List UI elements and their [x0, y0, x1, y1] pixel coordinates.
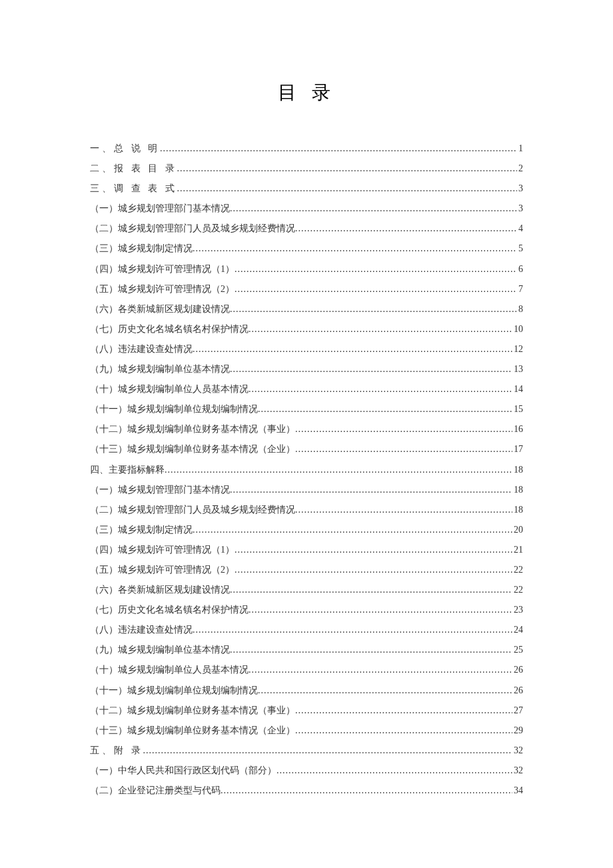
toc-leader-dots — [177, 159, 518, 179]
toc-leader-dots — [221, 781, 512, 801]
toc-entry: （十三）城乡规划编制单位财务基本情况（企业）17 — [90, 439, 523, 459]
toc-entry-page: 22 — [512, 580, 523, 600]
toc-entry-page: 5 — [517, 239, 523, 259]
toc-leader-dots — [249, 379, 512, 399]
toc-entry-page: 16 — [512, 419, 523, 439]
toc-entry-page: 7 — [517, 279, 523, 299]
toc-entry-page: 15 — [512, 399, 523, 419]
toc-leader-dots — [295, 439, 512, 459]
toc-leader-dots — [295, 219, 517, 239]
page-title: 目 录 — [90, 80, 523, 105]
toc-entry: （一）城乡规划管理部门基本情况18 — [90, 480, 523, 500]
toc-entry-page: 13 — [512, 359, 523, 379]
toc-entry-label: （十一）城乡规划编制单位规划编制情况 — [90, 399, 258, 419]
toc-entry-page: 1 — [517, 139, 523, 159]
toc-entry: （十三）城乡规划编制单位财务基本情况（企业）29 — [90, 721, 523, 741]
toc-leader-dots — [193, 339, 512, 359]
toc-entry: （七）历史文化名城名镇名村保护情况23 — [90, 600, 523, 620]
toc-entry: （四）城乡规划许可管理情况（1）6 — [90, 259, 523, 279]
toc-leader-dots — [235, 540, 512, 560]
toc-entry-label: （十）城乡规划编制单位人员基本情况 — [90, 660, 249, 680]
toc-entry-label: （二）企业登记注册类型与代码 — [90, 781, 221, 801]
toc-entry-page: 2 — [517, 159, 523, 179]
toc-entry-page: 25 — [512, 640, 523, 660]
toc-leader-dots — [193, 520, 512, 540]
toc-leader-dots — [165, 460, 512, 480]
toc-entry-page: 32 — [512, 761, 523, 781]
toc-entry-label: （八）违法建设查处情况 — [90, 620, 193, 640]
toc-entry: （二）企业登记注册类型与代码34 — [90, 781, 523, 801]
toc-entry-page: 26 — [512, 660, 523, 680]
toc-entry-page: 22 — [512, 560, 523, 580]
toc-entry-label: （四）城乡规划许可管理情况（1） — [90, 540, 235, 560]
toc-leader-dots — [295, 500, 512, 520]
toc-entry-label: （二）城乡规划管理部门人员及城乡规划经费情况 — [90, 219, 295, 239]
toc-entry-label: （七）历史文化名城名镇名村保护情况 — [90, 600, 249, 620]
toc-entry-page: 21 — [512, 540, 523, 560]
toc-entry: （十）城乡规划编制单位人员基本情况14 — [90, 379, 523, 399]
toc-leader-dots — [235, 279, 517, 299]
toc-leader-dots — [230, 640, 512, 660]
toc-entry: （一）中华人民共和国行政区划代码（部分）32 — [90, 761, 523, 781]
toc-leader-dots — [230, 199, 517, 219]
toc-entry-page: 18 — [512, 460, 523, 480]
toc-leader-dots — [258, 399, 512, 419]
toc-entry: （六）各类新城新区规划建设情况22 — [90, 580, 523, 600]
toc-leader-dots — [295, 419, 512, 439]
toc-entry: （十一）城乡规划编制单位规划编制情况26 — [90, 681, 523, 701]
toc-leader-dots — [249, 600, 512, 620]
toc-entry: （八）违法建设查处情况12 — [90, 339, 523, 359]
toc-entry-label: 三、调 查 表 式 — [90, 179, 177, 199]
toc-entry: （九）城乡规划编制单位基本情况25 — [90, 640, 523, 660]
toc-entry-label: 五、附 录 — [90, 741, 143, 761]
toc-entry-page: 3 — [517, 199, 523, 219]
toc-leader-dots — [230, 359, 512, 379]
toc-entry-page: 27 — [512, 701, 523, 721]
toc-entry-page: 17 — [512, 439, 523, 459]
toc-entry-label: （九）城乡规划编制单位基本情况 — [90, 640, 230, 660]
toc-entry: （十一）城乡规划编制单位规划编制情况15 — [90, 399, 523, 419]
toc-entry: （三）城乡规划制定情况5 — [90, 239, 523, 259]
toc-leader-dots — [143, 741, 513, 761]
toc-entry: 五、附 录32 — [90, 741, 523, 761]
toc-leader-dots — [235, 259, 517, 279]
toc-entry-page: 29 — [512, 721, 523, 741]
toc-leader-dots — [193, 620, 512, 640]
toc-entry-label: （九）城乡规划编制单位基本情况 — [90, 359, 230, 379]
toc-entry-label: 二、报 表 目 录 — [90, 159, 177, 179]
toc-entry: （十）城乡规划编制单位人员基本情况26 — [90, 660, 523, 680]
toc-entry-page: 10 — [512, 319, 523, 339]
toc-entry-page: 6 — [517, 259, 523, 279]
toc-leader-dots — [258, 681, 512, 701]
toc-leader-dots — [249, 319, 512, 339]
toc-entry: （五）城乡规划许可管理情况（2）22 — [90, 560, 523, 580]
toc-entry-label: （十二）城乡规划编制单位财务基本情况（事业） — [90, 419, 295, 439]
toc-entry-page: 34 — [512, 781, 523, 801]
table-of-contents: 一、总 说 明1二、报 表 目 录2三、调 查 表 式3（一）城乡规划管理部门基… — [90, 139, 523, 801]
toc-entry: （五）城乡规划许可管理情况（2）7 — [90, 279, 523, 299]
toc-entry-page: 12 — [512, 339, 523, 359]
toc-entry: （七）历史文化名城名镇名村保护情况10 — [90, 319, 523, 339]
toc-leader-dots — [230, 480, 512, 500]
toc-entry-page: 20 — [512, 520, 523, 540]
toc-leader-dots — [277, 761, 512, 781]
toc-entry-page: 3 — [517, 179, 523, 199]
toc-entry-page: 23 — [512, 600, 523, 620]
toc-entry-page: 18 — [512, 480, 523, 500]
toc-entry-label: （五）城乡规划许可管理情况（2） — [90, 279, 235, 299]
toc-entry: （六）各类新城新区规划建设情况8 — [90, 299, 523, 319]
toc-entry: 四、主要指标解释18 — [90, 460, 523, 480]
toc-entry: （八）违法建设查处情况24 — [90, 620, 523, 640]
toc-entry-label: （一）中华人民共和国行政区划代码（部分） — [90, 761, 277, 781]
toc-entry-label: 四、主要指标解释 — [90, 460, 165, 480]
toc-entry-label: 一、总 说 明 — [90, 139, 160, 159]
toc-entry-page: 24 — [512, 620, 523, 640]
toc-entry-label: （六）各类新城新区规划建设情况 — [90, 580, 230, 600]
toc-entry: （二）城乡规划管理部门人员及城乡规划经费情况18 — [90, 500, 523, 520]
toc-entry-label: （一）城乡规划管理部门基本情况 — [90, 199, 230, 219]
toc-entry-label: （十三）城乡规划编制单位财务基本情况（企业） — [90, 439, 295, 459]
toc-entry-label: （五）城乡规划许可管理情况（2） — [90, 560, 235, 580]
toc-entry-label: （六）各类新城新区规划建设情况 — [90, 299, 230, 319]
toc-entry: （三）城乡规划制定情况20 — [90, 520, 523, 540]
toc-entry-label: （十）城乡规划编制单位人员基本情况 — [90, 379, 249, 399]
